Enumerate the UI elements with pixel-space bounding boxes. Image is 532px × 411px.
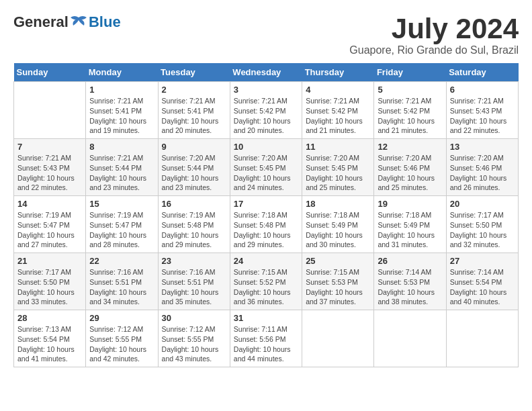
logo-general: General [13, 13, 69, 31]
logo-bird-icon [69, 16, 88, 28]
day-detail: Sunrise: 7:20 AMSunset: 5:45 PMDaylight:… [306, 154, 363, 191]
table-row [302, 310, 374, 367]
table-row: 31 Sunrise: 7:11 AMSunset: 5:56 PMDaylig… [230, 310, 302, 367]
calendar-table: Sunday Monday Tuesday Wednesday Thursday… [13, 63, 519, 367]
day-number: 13 [450, 142, 515, 152]
day-number: 19 [378, 199, 442, 209]
day-detail: Sunrise: 7:18 AMSunset: 5:49 PMDaylight:… [378, 211, 435, 248]
header-sunday: Sunday [14, 63, 86, 82]
month-year-title: July 2024 [349, 13, 519, 44]
table-row [374, 310, 446, 367]
day-detail: Sunrise: 7:12 AMSunset: 5:55 PMDaylight:… [162, 325, 219, 363]
calendar-week-row: 28 Sunrise: 7:13 AMSunset: 5:54 PMDaylig… [14, 310, 519, 367]
day-detail: Sunrise: 7:20 AMSunset: 5:46 PMDaylight:… [450, 154, 507, 191]
calendar-week-row: 14 Sunrise: 7:19 AMSunset: 5:47 PMDaylig… [14, 196, 519, 253]
day-number: 29 [89, 313, 154, 323]
day-number: 31 [234, 313, 298, 323]
table-row: 15 Sunrise: 7:19 AMSunset: 5:47 PMDaylig… [86, 196, 158, 253]
day-detail: Sunrise: 7:21 AMSunset: 5:41 PMDaylight:… [89, 97, 146, 134]
title-section: July 2024 Guapore, Rio Grande do Sul, Br… [349, 13, 519, 56]
day-detail: Sunrise: 7:12 AMSunset: 5:55 PMDaylight:… [89, 325, 146, 363]
day-number: 15 [89, 199, 154, 209]
table-row: 3 Sunrise: 7:21 AMSunset: 5:42 PMDayligh… [230, 82, 302, 139]
day-number: 12 [378, 142, 442, 152]
day-number: 11 [306, 142, 370, 152]
table-row: 8 Sunrise: 7:21 AMSunset: 5:44 PMDayligh… [86, 139, 158, 196]
day-number: 4 [306, 85, 370, 95]
calendar-week-row: 21 Sunrise: 7:17 AMSunset: 5:50 PMDaylig… [14, 253, 519, 310]
table-row [446, 310, 518, 367]
day-detail: Sunrise: 7:21 AMSunset: 5:42 PMDaylight:… [234, 97, 291, 134]
header-saturday: Saturday [446, 63, 518, 82]
day-number: 27 [450, 256, 515, 266]
table-row: 9 Sunrise: 7:20 AMSunset: 5:44 PMDayligh… [158, 139, 230, 196]
day-number: 8 [89, 142, 154, 152]
header-friday: Friday [374, 63, 446, 82]
table-row: 26 Sunrise: 7:14 AMSunset: 5:53 PMDaylig… [374, 253, 446, 310]
day-number: 23 [162, 256, 226, 266]
day-detail: Sunrise: 7:16 AMSunset: 5:51 PMDaylight:… [89, 268, 146, 306]
table-row: 6 Sunrise: 7:21 AMSunset: 5:43 PMDayligh… [446, 82, 518, 139]
location-subtitle: Guapore, Rio Grande do Sul, Brazil [349, 44, 519, 56]
day-detail: Sunrise: 7:15 AMSunset: 5:53 PMDaylight:… [306, 268, 363, 306]
day-number: 21 [17, 256, 82, 266]
day-number: 24 [234, 256, 298, 266]
calendar-header-row: Sunday Monday Tuesday Wednesday Thursday… [14, 63, 519, 82]
table-row: 5 Sunrise: 7:21 AMSunset: 5:42 PMDayligh… [374, 82, 446, 139]
logo: General Blue [13, 13, 121, 31]
day-detail: Sunrise: 7:20 AMSunset: 5:46 PMDaylight:… [378, 154, 435, 191]
table-row: 14 Sunrise: 7:19 AMSunset: 5:47 PMDaylig… [14, 196, 86, 253]
logo-blue: Blue [89, 13, 121, 31]
day-detail: Sunrise: 7:17 AMSunset: 5:50 PMDaylight:… [450, 211, 507, 248]
day-detail: Sunrise: 7:21 AMSunset: 5:42 PMDaylight:… [306, 97, 363, 134]
header: General Blue July 2024 Guapore, Rio Gran… [13, 13, 519, 56]
day-number: 10 [234, 142, 298, 152]
day-number: 26 [378, 256, 442, 266]
day-detail: Sunrise: 7:16 AMSunset: 5:51 PMDaylight:… [162, 268, 219, 306]
day-detail: Sunrise: 7:14 AMSunset: 5:54 PMDaylight:… [450, 268, 507, 306]
day-number: 5 [378, 85, 442, 95]
table-row: 7 Sunrise: 7:21 AMSunset: 5:43 PMDayligh… [14, 139, 86, 196]
day-detail: Sunrise: 7:19 AMSunset: 5:47 PMDaylight:… [17, 211, 75, 248]
day-number: 14 [17, 199, 82, 209]
table-row: 25 Sunrise: 7:15 AMSunset: 5:53 PMDaylig… [302, 253, 374, 310]
day-number: 16 [162, 199, 226, 209]
table-row: 23 Sunrise: 7:16 AMSunset: 5:51 PMDaylig… [158, 253, 230, 310]
day-number: 25 [306, 256, 370, 266]
day-detail: Sunrise: 7:21 AMSunset: 5:44 PMDaylight:… [89, 154, 146, 191]
header-tuesday: Tuesday [158, 63, 230, 82]
table-row: 17 Sunrise: 7:18 AMSunset: 5:48 PMDaylig… [230, 196, 302, 253]
table-row: 28 Sunrise: 7:13 AMSunset: 5:54 PMDaylig… [14, 310, 86, 367]
header-wednesday: Wednesday [230, 63, 302, 82]
day-number: 30 [162, 313, 226, 323]
day-detail: Sunrise: 7:21 AMSunset: 5:43 PMDaylight:… [17, 154, 75, 191]
table-row: 4 Sunrise: 7:21 AMSunset: 5:42 PMDayligh… [302, 82, 374, 139]
table-row: 1 Sunrise: 7:21 AMSunset: 5:41 PMDayligh… [86, 82, 158, 139]
table-row: 22 Sunrise: 7:16 AMSunset: 5:51 PMDaylig… [86, 253, 158, 310]
table-row: 16 Sunrise: 7:19 AMSunset: 5:48 PMDaylig… [158, 196, 230, 253]
day-detail: Sunrise: 7:18 AMSunset: 5:48 PMDaylight:… [234, 211, 291, 248]
day-number: 28 [17, 313, 82, 323]
day-detail: Sunrise: 7:15 AMSunset: 5:52 PMDaylight:… [234, 268, 291, 306]
table-row: 20 Sunrise: 7:17 AMSunset: 5:50 PMDaylig… [446, 196, 518, 253]
table-row: 27 Sunrise: 7:14 AMSunset: 5:54 PMDaylig… [446, 253, 518, 310]
day-detail: Sunrise: 7:21 AMSunset: 5:42 PMDaylight:… [378, 97, 435, 134]
calendar-week-row: 1 Sunrise: 7:21 AMSunset: 5:41 PMDayligh… [14, 82, 519, 139]
day-number: 22 [89, 256, 154, 266]
day-detail: Sunrise: 7:14 AMSunset: 5:53 PMDaylight:… [378, 268, 435, 306]
day-number: 20 [450, 199, 515, 209]
day-number: 6 [450, 85, 515, 95]
day-detail: Sunrise: 7:18 AMSunset: 5:49 PMDaylight:… [306, 211, 363, 248]
day-number: 18 [306, 199, 370, 209]
day-detail: Sunrise: 7:20 AMSunset: 5:44 PMDaylight:… [162, 154, 219, 191]
day-number: 17 [234, 199, 298, 209]
table-row: 2 Sunrise: 7:21 AMSunset: 5:41 PMDayligh… [158, 82, 230, 139]
day-number: 3 [234, 85, 298, 95]
day-number: 2 [162, 85, 226, 95]
table-row [14, 82, 86, 139]
header-thursday: Thursday [302, 63, 374, 82]
calendar-week-row: 7 Sunrise: 7:21 AMSunset: 5:43 PMDayligh… [14, 139, 519, 196]
table-row: 29 Sunrise: 7:12 AMSunset: 5:55 PMDaylig… [86, 310, 158, 367]
day-number: 7 [17, 142, 82, 152]
table-row: 10 Sunrise: 7:20 AMSunset: 5:45 PMDaylig… [230, 139, 302, 196]
